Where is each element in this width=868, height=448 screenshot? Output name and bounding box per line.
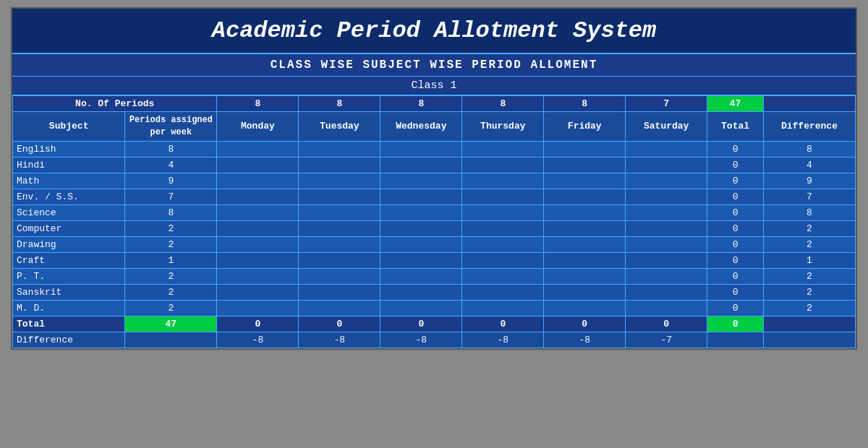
monday-cell bbox=[217, 157, 299, 173]
periods-count: 1 bbox=[125, 252, 217, 268]
wednesday-cell bbox=[380, 236, 462, 252]
wednesday-cell bbox=[380, 220, 462, 236]
friday-cell bbox=[544, 204, 626, 220]
periods-count: 2 bbox=[125, 268, 217, 284]
periods-count: 2 bbox=[125, 220, 217, 236]
periods-count-row: No. Of Periods 8 8 8 8 8 7 47 bbox=[13, 96, 856, 112]
subject-name: Science bbox=[13, 204, 125, 220]
subject-header: Subject bbox=[13, 112, 125, 142]
thursday-cell bbox=[462, 268, 544, 284]
periods-count: 2 bbox=[125, 300, 217, 316]
thursday-header: Thursday bbox=[462, 112, 544, 142]
periods-count: 2 bbox=[125, 284, 217, 300]
tuesday-cell bbox=[299, 236, 380, 252]
thursday-cell bbox=[462, 252, 544, 268]
tuesday-cell bbox=[299, 220, 380, 236]
diff-sat: -7 bbox=[626, 332, 707, 348]
diff-cell: 8 bbox=[763, 141, 855, 157]
total-cell: 0 bbox=[707, 284, 764, 300]
thursday-cell bbox=[462, 284, 544, 300]
saturday-cell bbox=[626, 189, 707, 204]
total-header: Total bbox=[707, 112, 764, 142]
diff-fri: -8 bbox=[544, 332, 626, 348]
wednesday-cell bbox=[380, 284, 462, 300]
tuesday-cell bbox=[299, 268, 380, 284]
subject-name: English bbox=[13, 141, 125, 157]
thursday-cell bbox=[462, 173, 544, 189]
saturday-cell bbox=[626, 268, 707, 284]
periods-count: 2 bbox=[125, 236, 217, 252]
main-container: Academic Period Allotment System CLASS W… bbox=[11, 7, 857, 350]
wednesday-cell bbox=[380, 252, 462, 268]
monday-cell bbox=[217, 268, 299, 284]
saturday-cell bbox=[626, 173, 707, 189]
diff-diff bbox=[763, 332, 855, 348]
thursday-cell bbox=[462, 220, 544, 236]
thursday-cell bbox=[462, 300, 544, 316]
total-row: Total 47 0 0 0 0 0 0 0 bbox=[13, 316, 856, 332]
diff-label: Difference bbox=[13, 332, 125, 348]
app-title: Academic Period Allotment System bbox=[12, 9, 856, 54]
total-tue: 0 bbox=[299, 316, 380, 332]
tuesday-cell bbox=[299, 141, 380, 157]
friday-cell bbox=[544, 236, 626, 252]
subject-name: Hindi bbox=[13, 157, 125, 173]
saturday-cell bbox=[626, 204, 707, 220]
monday-cell bbox=[217, 204, 299, 220]
wednesday-cell bbox=[380, 300, 462, 316]
friday-cell bbox=[544, 268, 626, 284]
wednesday-cell bbox=[380, 141, 462, 157]
difference-header: Difference bbox=[763, 112, 855, 142]
friday-cell bbox=[544, 284, 626, 300]
subject-name: Craft bbox=[13, 252, 125, 268]
subject-name: M. D. bbox=[13, 300, 125, 316]
table-row: Computer 2 0 2 bbox=[13, 220, 856, 236]
periods-count: 9 bbox=[125, 173, 217, 189]
thursday-cell bbox=[462, 236, 544, 252]
table-row: English 8 0 8 bbox=[13, 141, 856, 157]
saturday-cell bbox=[626, 220, 707, 236]
saturday-cell bbox=[626, 252, 707, 268]
saturday-cell bbox=[626, 236, 707, 252]
wednesday-cell bbox=[380, 204, 462, 220]
monday-cell bbox=[217, 252, 299, 268]
sat-periods: 7 bbox=[626, 96, 707, 112]
subject-name: Sanskrit bbox=[13, 284, 125, 300]
subject-name: Drawing bbox=[13, 236, 125, 252]
friday-cell bbox=[544, 141, 626, 157]
monday-header: Monday bbox=[217, 112, 299, 142]
thu-periods: 8 bbox=[462, 96, 544, 112]
wednesday-header: Wednesday bbox=[380, 112, 462, 142]
saturday-cell bbox=[626, 284, 707, 300]
subtitle: CLASS WISE SUBJECT WISE PERIOD ALLOMENT bbox=[12, 54, 856, 77]
periods-count: 8 bbox=[125, 204, 217, 220]
monday-cell bbox=[217, 236, 299, 252]
no-of-periods-label: No. Of Periods bbox=[13, 96, 217, 112]
table-row: Sanskrit 2 0 2 bbox=[13, 284, 856, 300]
periods-count: 4 bbox=[125, 157, 217, 173]
total-cell: 0 bbox=[707, 252, 764, 268]
diff-cell: 8 bbox=[763, 204, 855, 220]
subject-name: Math bbox=[13, 173, 125, 189]
table-row: M. D. 2 0 2 bbox=[13, 300, 856, 316]
friday-cell bbox=[544, 173, 626, 189]
saturday-cell bbox=[626, 300, 707, 316]
table-row: Hindi 4 0 4 bbox=[13, 157, 856, 173]
wednesday-cell bbox=[380, 268, 462, 284]
diff-cell: 2 bbox=[763, 284, 855, 300]
column-headers-row: Subject Periods assigned per week Monday… bbox=[13, 112, 856, 142]
tuesday-cell bbox=[299, 284, 380, 300]
tuesday-cell bbox=[299, 300, 380, 316]
mon-periods: 8 bbox=[217, 96, 299, 112]
total-cell: 0 bbox=[707, 300, 764, 316]
diff-cell: 2 bbox=[763, 220, 855, 236]
subject-name: Computer bbox=[13, 220, 125, 236]
total-diff bbox=[763, 316, 855, 332]
diff-periods bbox=[125, 332, 217, 348]
saturday-cell bbox=[626, 141, 707, 157]
total-cell: 0 bbox=[707, 268, 764, 284]
period-table: No. Of Periods 8 8 8 8 8 7 47 Subject Pe… bbox=[12, 95, 856, 348]
tuesday-header: Tuesday bbox=[299, 112, 380, 142]
thursday-cell bbox=[462, 189, 544, 204]
monday-cell bbox=[217, 173, 299, 189]
